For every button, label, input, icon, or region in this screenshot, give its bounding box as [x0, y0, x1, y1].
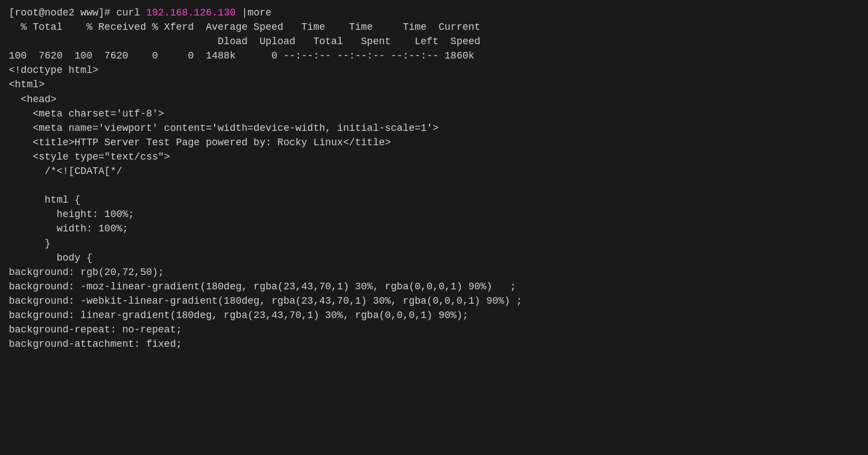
bg-linear-line: background: linear-gradient(180deg, rgba… — [9, 308, 859, 322]
terminal-window: [root@node2 www]# curl 192.168.126.130 |… — [9, 6, 859, 351]
html-rule-close-line: } — [9, 236, 859, 251]
style-open-line: <style type="text/css"> — [9, 150, 859, 164]
curl-header-row1: % Total % Received % Xferd Average Speed… — [9, 20, 859, 34]
meta-viewport-line: <meta name='viewport' content='width=dev… — [9, 121, 859, 135]
height-line: height: 100%; — [9, 207, 859, 221]
head-open-line: <head> — [9, 92, 859, 107]
html-open-line: <html> — [9, 77, 859, 92]
ip-address: 192.168.126.130 — [146, 7, 235, 18]
prompt-prefix: [root@node2 www]# curl — [9, 7, 146, 18]
width-line: width: 100%; — [9, 221, 859, 236]
meta-charset-line: <meta charset='utf-8'> — [9, 107, 859, 121]
bg-webkit-line: background: -webkit-linear-gradient(180d… — [9, 294, 859, 308]
command-line: [root@node2 www]# curl 192.168.126.130 |… — [9, 6, 859, 20]
curl-header-row2: Dload Upload Total Spent Left Speed — [9, 34, 859, 49]
html-rule-open-line: html { — [9, 193, 859, 207]
cdata-line: /*<![CDATA[*/ — [9, 164, 859, 178]
curl-data-row: 100 7620 100 7620 0 0 1488k 0 --:--:-- -… — [9, 49, 859, 63]
bg-moz-line: background: -moz-linear-gradient(180deg,… — [9, 279, 859, 294]
bg-attachment-line: background-attachment: fixed; — [9, 337, 859, 351]
bg-rgb-line: background: rgb(20,72,50); — [9, 265, 859, 279]
pipe-more: |more — [235, 7, 271, 18]
bg-repeat-line: background-repeat: no-repeat; — [9, 322, 859, 337]
doctype-line: <!doctype html> — [9, 63, 859, 77]
blank-line-1 — [9, 178, 859, 193]
body-rule-open-line: body { — [9, 251, 859, 265]
title-line: <title>HTTP Server Test Page powered by:… — [9, 135, 859, 150]
